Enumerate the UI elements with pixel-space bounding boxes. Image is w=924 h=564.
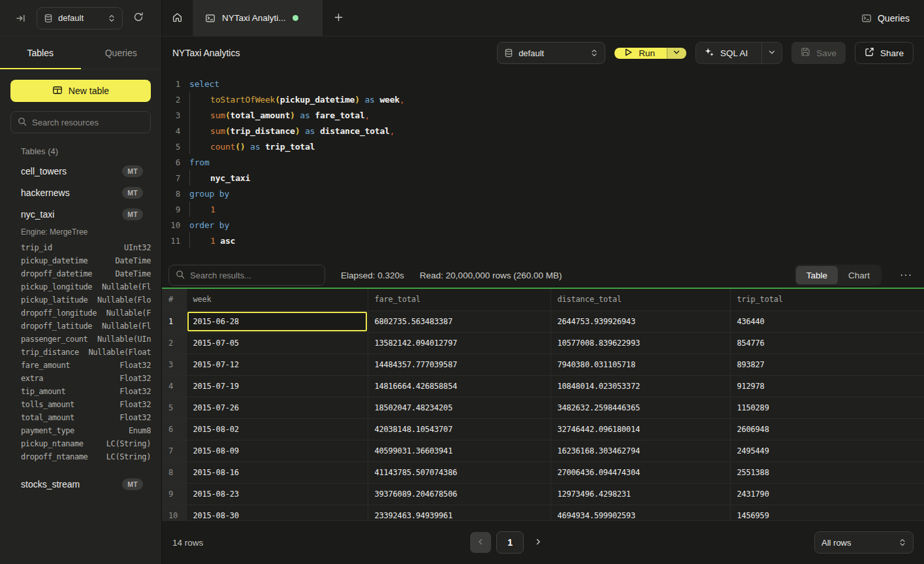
result-cell[interactable]: 3482632.2598446365	[550, 397, 730, 418]
result-cell[interactable]: 13582142.094012797	[368, 332, 550, 354]
result-cell[interactable]: 2015-08-23	[186, 483, 368, 505]
query-db-selector[interactable]: default	[497, 42, 605, 64]
result-cell[interactable]: 2551388	[730, 461, 924, 483]
result-cell[interactable]: 893827	[730, 354, 924, 375]
result-cell[interactable]: 32746442.096180014	[550, 418, 730, 440]
result-cell[interactable]: 1456959	[730, 505, 924, 520]
result-cell[interactable]: 2015-08-02	[186, 418, 368, 440]
sql-token: (	[275, 95, 280, 105]
sql-token: order by	[189, 220, 229, 230]
view-toggle: TableChart	[795, 265, 882, 286]
prev-page-button[interactable]	[470, 532, 491, 553]
sidebar-table-hackernews[interactable]: hackernewsMT	[0, 182, 161, 203]
sql-token: 1	[210, 236, 215, 246]
tab-title: NYTaxi Analyti...	[222, 13, 286, 23]
result-cell[interactable]: 2015-08-16	[186, 461, 368, 483]
row-number: 9	[162, 483, 186, 505]
tab-nytaxi-analytics[interactable]: NYTaxi Analyti...	[193, 0, 323, 36]
sidebar-table-cell_towers[interactable]: cell_towersMT	[0, 160, 161, 182]
topbar-db-selector[interactable]: default	[37, 7, 123, 29]
result-cell[interactable]: 4694934.599902593	[550, 505, 730, 520]
view-tab-table[interactable]: Table	[796, 266, 838, 284]
column-type: Nullable(Fl	[102, 282, 151, 295]
sql-ai-options-button[interactable]	[761, 42, 782, 63]
result-cell[interactable]: 1150289	[730, 397, 924, 418]
result-cell[interactable]: 6802735.563483387	[368, 310, 550, 332]
column-row: tip_amountFloat32	[21, 387, 151, 400]
result-cell[interactable]: 7940380.031105718	[550, 354, 730, 375]
result-cell[interactable]: 40599031.36603941	[368, 440, 550, 461]
result-cell[interactable]: 2015-07-12	[186, 354, 368, 375]
result-cell[interactable]: 2015-07-19	[186, 375, 368, 397]
run-options-button[interactable]	[667, 48, 686, 59]
result-cell[interactable]: 2015-08-30	[186, 505, 368, 520]
sql-ai-button[interactable]: SQL AI	[695, 42, 782, 64]
resource-search-input[interactable]	[32, 118, 144, 127]
result-cell[interactable]: 14484357.777039587	[368, 354, 550, 375]
result-cell[interactable]: 10577008.839622993	[550, 332, 730, 354]
refresh-button[interactable]	[129, 9, 148, 27]
sql-editor[interactable]: 1select2toStartOfWeek(pickup_datetime) a…	[162, 69, 924, 263]
run-button[interactable]: Run	[614, 48, 667, 59]
code-text: group by	[184, 186, 229, 201]
queries-button[interactable]: Queries	[861, 13, 910, 24]
results-search-input[interactable]	[190, 271, 318, 280]
line-number: 4	[162, 126, 184, 136]
row-number: 5	[162, 397, 186, 418]
column-row: pickup_longitudeNullable(Fl	[21, 282, 151, 295]
result-cell[interactable]: 912978	[730, 375, 924, 397]
sql-token	[260, 142, 265, 152]
view-tab-chart[interactable]: Chart	[838, 266, 880, 284]
search-icon	[176, 270, 185, 281]
sidebar-tab-queries[interactable]: Queries	[81, 37, 162, 69]
sidebar-tab-tables[interactable]: Tables	[0, 37, 81, 69]
page-size-selector[interactable]: All rows	[814, 531, 914, 554]
result-cell[interactable]: 854776	[730, 332, 924, 354]
result-cell[interactable]: 2015-06-28	[186, 310, 368, 332]
result-cell[interactable]: 27006436.094474304	[550, 461, 730, 483]
unsaved-changes-dot	[293, 15, 298, 21]
share-button[interactable]: Share	[855, 42, 914, 64]
sql-token: group by	[189, 189, 229, 199]
chevron-down-icon	[768, 48, 776, 58]
result-cell[interactable]: 2015-07-05	[186, 332, 368, 354]
result-cell[interactable]: 436440	[730, 310, 924, 332]
chevron-left-icon	[477, 538, 485, 548]
result-cell[interactable]: 41143785.507074386	[368, 461, 550, 483]
result-cell[interactable]: 2606948	[730, 418, 924, 440]
result-cell[interactable]: 2015-07-26	[186, 397, 368, 418]
run-label: Run	[639, 48, 655, 58]
result-cell[interactable]: 14816664.426858854	[368, 375, 550, 397]
result-cell[interactable]: 10848014.023053372	[550, 375, 730, 397]
result-cell[interactable]: 2495449	[730, 440, 924, 461]
result-cell[interactable]: 18502047.48234205	[368, 397, 550, 418]
column-type: Float32	[119, 361, 151, 374]
column-row: dropoff_ntanameLC(String)	[21, 452, 151, 465]
sidebar-table-stocks_stream[interactable]: stocks_streamMT	[0, 473, 161, 495]
result-cell[interactable]: 16236168.303462794	[550, 440, 730, 461]
sidebar-table-nyc_taxi[interactable]: nyc_taxiMT	[0, 203, 161, 225]
result-cell[interactable]: 2644753.939926943	[550, 310, 730, 332]
sql-token: trip_total	[265, 142, 315, 152]
new-table-button[interactable]: New table	[10, 80, 151, 102]
results-table-wrap: #weekfare_totaldistance_totaltrip_total …	[162, 289, 924, 520]
line-number: 9	[162, 205, 184, 214]
result-cell[interactable]: 39376089.204678506	[368, 483, 550, 505]
result-cell[interactable]: 42038148.10543707	[368, 418, 550, 440]
result-cell[interactable]: 2015-08-09	[186, 440, 368, 461]
column-row: trip_distanceNullable(Float	[21, 348, 151, 361]
next-page-button[interactable]	[529, 532, 547, 553]
column-row: payment_typeEnum8	[21, 426, 151, 439]
column-name: tip_amount	[21, 387, 65, 400]
collapse-sidebar-button[interactable]	[12, 9, 30, 27]
code-text: toStartOfWeek(pickup_datetime) as week,	[184, 91, 405, 107]
result-cell[interactable]: 12973496.4298231	[550, 483, 730, 505]
column-header-trip_total: trip_total	[730, 289, 924, 310]
engine-badge: MT	[122, 165, 143, 177]
home-button[interactable]	[162, 0, 193, 36]
new-tab-button[interactable]	[323, 0, 354, 36]
save-button[interactable]: Save	[791, 42, 846, 64]
result-cell[interactable]: 23392463.94939961	[368, 505, 550, 520]
results-more-button[interactable]: ···	[897, 269, 915, 281]
result-cell[interactable]: 2431790	[730, 483, 924, 505]
